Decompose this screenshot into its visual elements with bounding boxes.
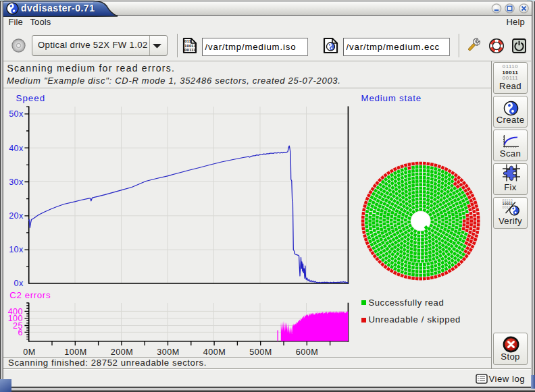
svg-text:500M: 500M — [249, 347, 272, 357]
svg-text:50x: 50x — [9, 109, 24, 119]
svg-text:0x: 0x — [14, 279, 24, 288]
svg-text:0M: 0M — [23, 347, 35, 357]
svg-text:300M: 300M — [157, 347, 179, 357]
svg-text:400M: 400M — [203, 347, 226, 357]
svg-text:600M: 600M — [296, 347, 318, 357]
svg-text:10x: 10x — [9, 245, 24, 254]
svg-text:40x: 40x — [9, 144, 24, 153]
svg-text:100M: 100M — [64, 347, 86, 357]
svg-text:20x: 20x — [9, 211, 24, 221]
svg-text:6: 6 — [18, 328, 23, 337]
svg-text:200M: 200M — [111, 347, 133, 357]
svg-text:30x: 30x — [9, 177, 24, 187]
